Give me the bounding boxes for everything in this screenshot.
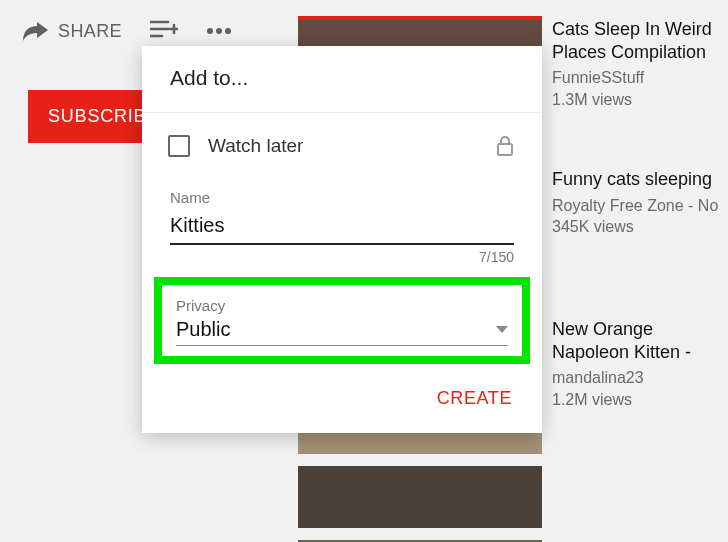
- privacy-field-highlight: Privacy Public: [154, 277, 530, 364]
- add-to-playlist-icon[interactable]: [150, 20, 178, 42]
- watch-later-label: Watch later: [208, 135, 478, 157]
- video-item[interactable]: [298, 466, 728, 528]
- char-count: 7/150: [170, 249, 514, 265]
- video-channel: FunnieSStuff: [552, 67, 728, 89]
- chevron-down-icon: [496, 326, 508, 333]
- video-views: 1.3M views: [552, 89, 728, 111]
- watch-later-checkbox[interactable]: [168, 135, 190, 157]
- share-button[interactable]: SHARE: [22, 20, 122, 42]
- video-meta: Cats Sleep In Weird Places Compilation F…: [552, 16, 728, 154]
- name-label: Name: [170, 189, 514, 206]
- create-button[interactable]: CREATE: [431, 382, 518, 415]
- playlist-name-input[interactable]: [170, 210, 514, 245]
- video-meta: Funny cats sleeping Royalty Free Zone - …: [552, 166, 718, 304]
- share-label: SHARE: [58, 21, 122, 42]
- video-meta: New Orange Napoleon Kitten - mandalina23…: [552, 316, 728, 454]
- privacy-label: Privacy: [176, 297, 508, 314]
- share-icon: [22, 20, 48, 42]
- video-title: Funny cats sleeping: [552, 168, 718, 191]
- svg-point-1: [216, 28, 222, 34]
- svg-point-2: [225, 28, 231, 34]
- lock-icon: [496, 135, 514, 157]
- more-icon[interactable]: [206, 27, 232, 35]
- video-title: New Orange Napoleon Kitten -: [552, 318, 728, 363]
- svg-rect-3: [498, 144, 512, 155]
- video-channel: mandalina23: [552, 367, 728, 389]
- privacy-value: Public: [176, 318, 496, 341]
- add-to-playlist-modal: Add to... Watch later Name 7/150 Privacy…: [142, 46, 542, 433]
- video-views: 345K views: [552, 216, 718, 238]
- video-title: Cats Sleep In Weird Places Compilation: [552, 18, 728, 63]
- video-thumbnail: [298, 466, 542, 528]
- modal-title: Add to...: [142, 46, 542, 113]
- video-channel: Royalty Free Zone - No: [552, 195, 718, 217]
- watch-later-row[interactable]: Watch later: [142, 113, 542, 179]
- privacy-select[interactable]: Public: [176, 318, 508, 346]
- video-views: 1.2M views: [552, 389, 728, 411]
- svg-point-0: [207, 28, 213, 34]
- playlist-name-field: Name 7/150: [142, 179, 542, 265]
